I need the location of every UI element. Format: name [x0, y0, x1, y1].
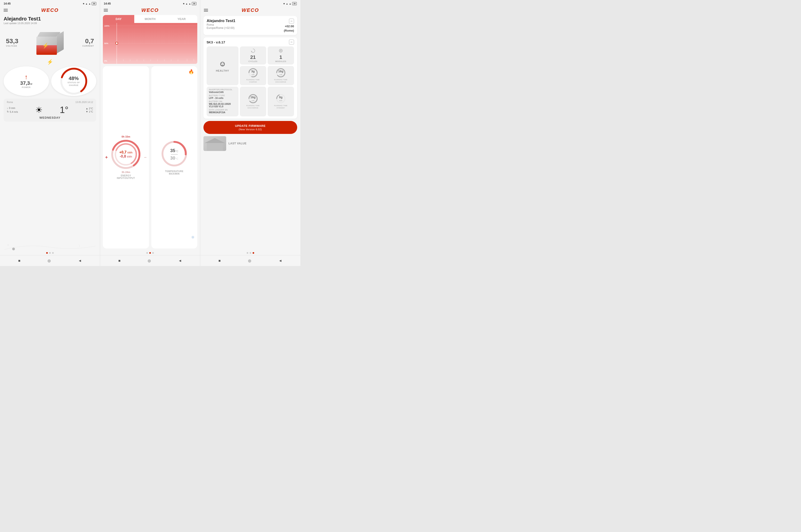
cycles-value: 21 [250, 54, 256, 60]
bottom-nav-1: ■ ◎ ◄ [0, 255, 100, 266]
rt-discharge-ring-2: 16g14h [248, 94, 258, 104]
rt-charge-cell: 3g10h RUNNING TIMECHARGE [240, 66, 266, 85]
nav-back-1[interactable]: ◄ [75, 258, 85, 264]
device-name: 5K3 - v.6.17 [207, 40, 225, 44]
wind-row: ↻ 5.4 m/s [7, 110, 18, 113]
device-grid-row2: INVERTER PROTOCOL VoltronicCAN BATTERY T… [207, 87, 294, 116]
power-unit: w [30, 82, 32, 86]
dot-1-1[interactable] [46, 252, 48, 254]
bat-body: ⚡ [36, 37, 57, 55]
weather-date: 13.05.2020 14:12 [75, 101, 93, 103]
current-area: 0,7 CURRENT [83, 38, 94, 47]
info-timezone: Europe/Rome (+02:00) [207, 26, 235, 30]
dot-1-3[interactable] [52, 252, 54, 254]
tab-year[interactable]: YEAR [166, 15, 197, 23]
energy-values: +0,7 kWh -0,8 kWh [119, 150, 132, 158]
hamburger-3[interactable] [204, 9, 208, 12]
last-value-img [203, 136, 226, 151]
temp-max-value: 35 [170, 148, 175, 153]
svg-text:☽: ☽ [77, 244, 80, 248]
energy-plus-btn[interactable]: + [105, 155, 108, 160]
cycles-cell: 21 CYCLES [240, 46, 266, 64]
inverter-protocol-label: INVERTER PROTOCOL [209, 89, 236, 91]
panel-1: 14:45 ⁕ ▲ ▲ 39 WECO Alejandro Test1 Last… [0, 0, 100, 266]
weather-right: ▲ 2°C ▼ 1°C [86, 107, 93, 113]
rt-discharge-ring: 16g14h [276, 68, 286, 78]
status-bar-1: 14:45 ⁕ ▲ ▲ 39 [0, 0, 100, 6]
nav-home-3[interactable]: ◎ [245, 258, 254, 264]
last-value-section: LAST VALUE [203, 136, 297, 151]
hamburger-2[interactable] [104, 9, 108, 12]
weather-location: Roma [7, 101, 13, 103]
rt-standby-label: RUNNING TIMESTANDBY [274, 104, 288, 109]
temp-min-unit: °C [176, 157, 178, 160]
healthy-cell: ☺ HEALTHY [207, 46, 238, 85]
tz-value: +02:00 [285, 24, 294, 28]
healthy-icon: ☺ [219, 60, 226, 68]
nav-home-1[interactable]: ◎ [45, 258, 53, 264]
charge-percent: 48% [68, 75, 80, 81]
top-bar-2: WECO [100, 6, 200, 15]
data-logger-sn-value: 98D863A2F15A [209, 111, 236, 114]
nav-back-3[interactable]: ◄ [276, 258, 285, 264]
hamburger-1[interactable] [4, 9, 8, 12]
temp-ring: 35 °C 30 °C [161, 139, 188, 169]
svg-marker-38 [204, 138, 225, 143]
rt-discharge-cell-2: 16g14h RUNNING TIMEDISCHARGE [240, 87, 266, 116]
wifi-icon: ▲ [89, 2, 91, 5]
dot-3-2[interactable] [250, 252, 251, 254]
dot-2-3[interactable] [152, 252, 154, 254]
dot-3-1[interactable] [247, 252, 248, 254]
tz-label: (Rome) [284, 29, 294, 32]
p1-content: Alejandro Test1 Last update 13.05.2020 1… [0, 15, 100, 242]
rain-icon: ↓ [7, 107, 8, 109]
info-card: Alejandro Test1 Roma Europe/Rome (+02:00… [203, 16, 297, 35]
nav-stop-1[interactable]: ■ [16, 258, 23, 264]
energy-minus-btn[interactable]: − [144, 155, 147, 160]
tab-month[interactable]: MONTH [134, 15, 166, 23]
dot-2-2[interactable] [149, 252, 151, 254]
svg-point-2 [12, 248, 15, 250]
dot-row-2 [100, 251, 200, 255]
info-right: ✏ +02:00 (Rome) [284, 19, 294, 32]
nav-stop-2[interactable]: ■ [115, 258, 123, 264]
modules-value: 1 [279, 54, 282, 60]
nav-stop-3[interactable]: ■ [216, 258, 223, 264]
panel-2: 14:45 ⁕ ▲ ▲ 39 WECO DAY MONTH YEAR 100% … [100, 0, 200, 266]
temp-high: ▲ 2°C [86, 107, 93, 110]
weather-left: ↓ 0 mm ↻ 5.4 m/s [7, 107, 18, 113]
weco-logo-1: WECO [41, 7, 58, 13]
battery-indicator: 39 [92, 2, 96, 5]
update-firmware-btn[interactable]: UPDATE FIRMWARE (New Version 6.02) [203, 121, 297, 134]
current-value: 0,7 [83, 38, 94, 45]
weather-header: Roma 13.05.2020 14:12 [7, 101, 93, 103]
dot-3-3[interactable] [253, 252, 254, 254]
tab-day[interactable]: DAY [103, 15, 134, 23]
info-left: Alejandro Test1 Roma Europe/Rome (+02:00… [207, 19, 235, 30]
update-btn-sublabel: (New Version 6.02) [208, 128, 293, 131]
dot-2-1[interactable] [146, 252, 148, 254]
temp-low: ▼ 1°C [86, 110, 93, 113]
dot-1-2[interactable] [49, 252, 51, 254]
signal-icon-2: ▲ [185, 2, 188, 5]
edit-info-btn[interactable]: ✏ [289, 19, 294, 24]
device-header: 5K3 - v.6.17 ✏ [207, 40, 294, 44]
nav-back-2[interactable]: ◄ [176, 258, 185, 264]
fire-icon: 🔥 [188, 69, 194, 74]
info-card-header: Alejandro Test1 Roma Europe/Rome (+02:00… [207, 19, 294, 32]
wifi-icon-2: ▲ [189, 2, 191, 5]
nav-home-2[interactable]: ◎ [145, 258, 153, 264]
p2-bottom: + − 0h 15m +0,7 kWh -0,8 kWh 3h 24m E [100, 64, 200, 251]
sunrise-bar: ☽ ☀ [0, 242, 100, 251]
info-name: Alejandro Test1 [207, 19, 235, 23]
info-location: Roma [207, 23, 235, 26]
edit-device-btn[interactable]: ✏ [289, 40, 294, 44]
rt-charge-label: RUNNING TIMECHARGE [246, 79, 260, 83]
weather-sun-icon: ☀ [35, 105, 42, 115]
weather-main: ↓ 0 mm ↻ 5.4 m/s ☀ 1° ▲ 2°C ▼ 1°C [7, 105, 93, 115]
battery-indicator-2: 39 [192, 2, 196, 5]
rt-standby-cell: 0g01h RUNNING TIMESTANDBY [268, 87, 294, 116]
voltage-value: 53,3 [6, 38, 18, 45]
bottom-nav-3: ■ ◎ ◄ [200, 255, 301, 266]
bat-lightning: ⚡ [42, 42, 49, 49]
